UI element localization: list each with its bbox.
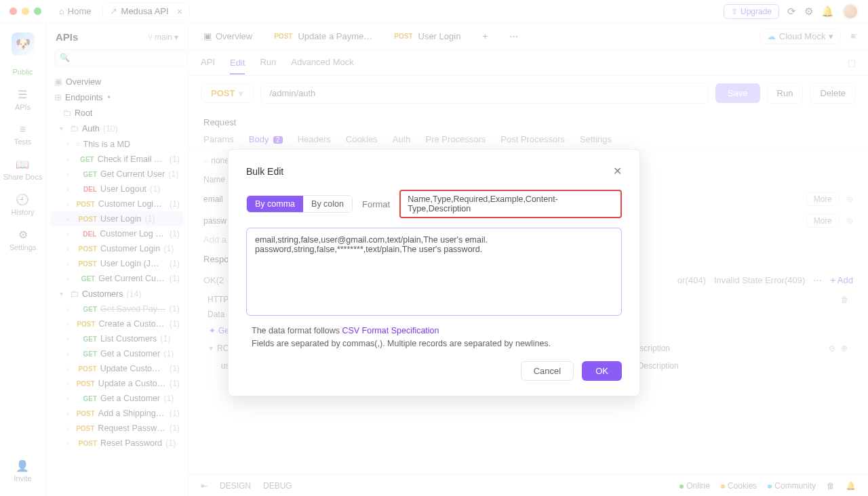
delimiter-segment: By comma By colon: [246, 195, 353, 213]
format-value-box: Name,Type,Required,Example,Content-Type,…: [399, 190, 622, 218]
modal-backdrop: Bulk Edit ✕ By comma By colon Format Nam…: [0, 0, 868, 496]
ok-button[interactable]: OK: [582, 361, 622, 381]
format-label: Format: [362, 199, 390, 209]
cancel-button[interactable]: Cancel: [521, 361, 574, 381]
modal-title: Bulk Edit: [246, 166, 283, 177]
by-colon-button[interactable]: By colon: [303, 196, 352, 212]
bulk-edit-modal: Bulk Edit ✕ By comma By colon Format Nam…: [228, 149, 640, 396]
csv-spec-link[interactable]: CSV Format Specification: [342, 326, 439, 335]
bulk-edit-textarea[interactable]: [246, 228, 622, 316]
close-icon[interactable]: ✕: [613, 165, 622, 178]
by-comma-button[interactable]: By comma: [247, 196, 303, 212]
hint-text: The data format follows CSV Format Speci…: [246, 318, 622, 361]
